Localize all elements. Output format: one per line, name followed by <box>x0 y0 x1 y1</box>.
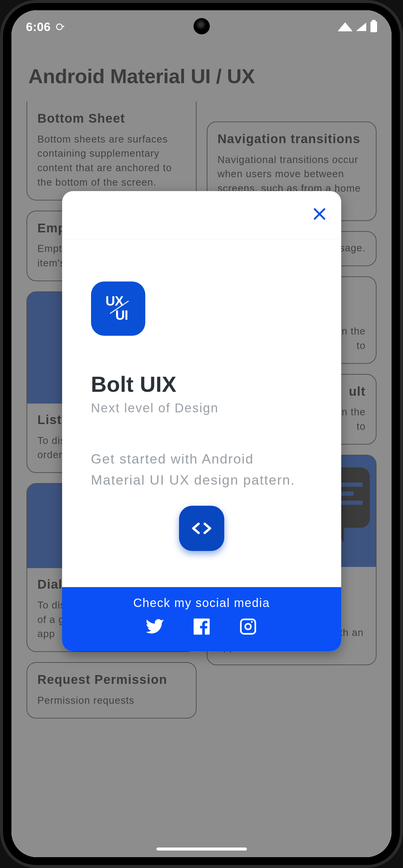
close-button[interactable] <box>310 204 329 224</box>
social-row <box>68 617 335 638</box>
app-logo: UXUI <box>91 281 145 336</box>
dialog-custom: UXUI Bolt UIX Next level of Design Get s… <box>62 191 341 651</box>
battery-icon <box>370 22 377 32</box>
facebook-icon <box>192 617 211 636</box>
status-icons <box>339 22 377 32</box>
instagram-icon <box>239 617 258 636</box>
dialog-body: UXUI Bolt UIX Next level of Design Get s… <box>62 239 341 587</box>
instagram-button[interactable] <box>239 617 258 638</box>
twitter-button[interactable] <box>146 617 165 638</box>
screen: Android Material UI / UX Bottom Sheet Bo… <box>11 10 392 857</box>
dialog-title: Bolt UIX <box>91 372 312 397</box>
camera-hole <box>193 18 210 34</box>
dialog-subtitle: Next level of Design <box>91 401 312 415</box>
footer-text: Check my social media <box>68 596 335 610</box>
dialog-header <box>62 191 341 239</box>
close-icon <box>313 207 327 221</box>
code-button[interactable] <box>179 506 224 551</box>
signal-icon <box>356 23 366 31</box>
home-indicator[interactable] <box>156 847 247 850</box>
phone-frame: Android Material UI / UX Bottom Sheet Bo… <box>0 0 403 868</box>
dialog-footer: Check my social media <box>62 587 341 651</box>
wifi-icon <box>338 22 353 31</box>
logo-text: UXUI <box>107 294 129 323</box>
twitter-icon <box>146 617 165 636</box>
status-notification-icon <box>56 24 63 30</box>
facebook-button[interactable] <box>192 617 211 638</box>
status-time: 6:06 <box>26 20 51 34</box>
code-icon <box>190 517 213 540</box>
dialog-description: Get started with Android Material UI UX … <box>91 448 312 491</box>
